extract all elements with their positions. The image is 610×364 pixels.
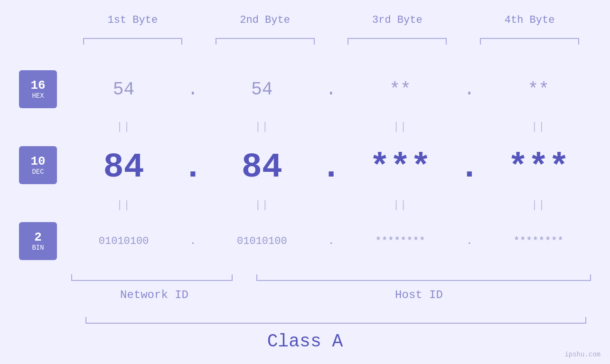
byte-label-1: 1st Byte [66,14,199,26]
bin-badge-label: BIN [32,244,44,252]
host-id-label: Host ID [242,289,596,301]
eq2-cell4: || [481,199,596,211]
bottom-brackets [66,274,596,281]
byte-labels-row: 1st Byte 2nd Byte 3rd Byte 4th Byte [66,14,596,26]
bracket-line-3 [347,38,447,45]
byte-label-3: 3rd Byte [331,14,464,26]
bin-row-inner: 01010100 . 01010100 . ******** . *******… [66,235,596,247]
watermark: ipshu.com [564,351,601,358]
dec-byte3: *** [343,148,458,187]
top-brackets [66,38,596,45]
hex-dot3: . [458,79,481,100]
byte-label-2: 2nd Byte [199,14,331,26]
hex-badge-label: HEX [32,92,44,100]
main-container: 1st Byte 2nd Byte 3rd Byte 4th Byte 16 H… [0,0,610,364]
hex-byte2: 54 [205,79,319,100]
bin-dot1: . [181,235,205,247]
bracket-line-1 [83,38,182,45]
byte-label-4: 4th Byte [463,14,596,26]
hex-dot2: . [319,79,343,100]
dec-badge-label: DEC [32,168,44,176]
dec-badge-num: 10 [30,155,45,168]
bracket-cell-1 [66,38,199,45]
dec-row-inner: 84 . 84 . *** . *** [66,148,596,187]
bracket-cell-4 [463,38,596,45]
bracket-line-4 [480,38,579,45]
dec-dot1: . [181,148,205,187]
bin-byte2: 01010100 [205,235,319,247]
dec-badge: 10 DEC [19,146,57,184]
bin-byte3: ******** [343,235,458,247]
network-bracket [71,274,233,281]
eq2-cell1: || [66,199,181,211]
hex-row: 54 . 54 . ** . ** [66,70,596,108]
dec-dot3: . [458,148,481,187]
id-labels: Network ID Host ID [66,289,596,301]
eq1-cell2: || [205,121,319,133]
hex-byte1: 54 [66,79,181,100]
bracket-line-2 [216,38,315,45]
hex-badge: 16 HEX [19,70,57,108]
bin-row: 01010100 . 01010100 . ******** . *******… [66,222,596,260]
hex-dot1: . [181,79,205,100]
host-bracket [256,274,591,281]
eq1-cell1: || [66,121,181,133]
equals-hex-dec: || || || || [66,121,596,133]
hex-byte3: ** [343,79,458,100]
equals-dec-bin: || || || || [66,199,596,211]
dec-byte2: 84 [205,148,319,187]
class-label: Class A [0,331,610,352]
eq1-cell3: || [343,121,458,133]
bin-dot3: . [458,235,481,247]
bin-badge: 2 BIN [19,222,57,260]
dec-row: 84 . 84 . *** . *** [66,146,596,189]
network-id-label: Network ID [66,289,242,301]
class-bracket [85,317,586,324]
bin-byte1: 01010100 [66,235,181,247]
bin-dot2: . [319,235,343,247]
eq1-cell4: || [481,121,596,133]
eq2-cell3: || [343,199,458,211]
bracket-cell-3 [331,38,464,45]
eq2-cell2: || [205,199,319,211]
dec-byte4: *** [481,148,596,187]
bin-byte4: ******** [481,235,596,247]
bracket-cell-2 [199,38,331,45]
hex-badge-num: 16 [30,79,45,93]
dec-byte1: 84 [66,148,181,187]
hex-row-inner: 54 . 54 . ** . ** [66,79,596,100]
hex-byte4: ** [481,79,596,100]
dec-dot2: . [319,148,343,187]
bin-badge-num: 2 [34,231,42,244]
